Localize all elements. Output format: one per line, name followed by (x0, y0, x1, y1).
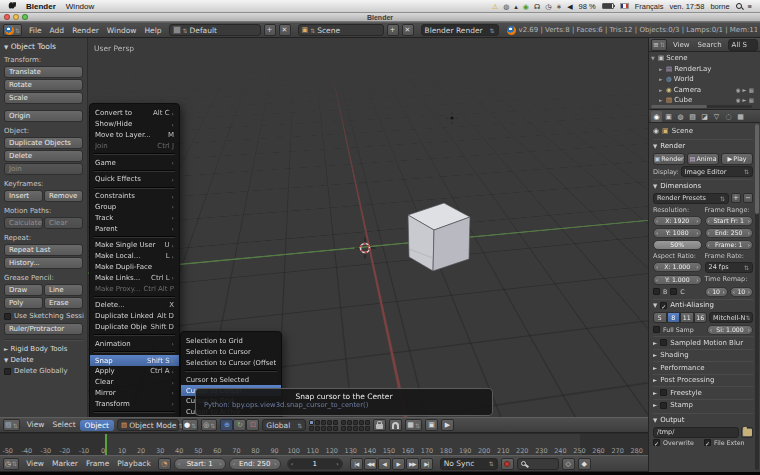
play-reverse-button[interactable]: ◀ (378, 458, 391, 470)
info-add-menu[interactable]: Add (46, 26, 69, 35)
tab-scene[interactable]: ▣ (663, 111, 674, 122)
layer-cell[interactable] (321, 426, 326, 431)
aspect-y-field[interactable]: ‹Y: 1.000› (653, 275, 702, 285)
layer-cell[interactable] (365, 420, 370, 425)
add-preset-button[interactable]: + (731, 193, 741, 203)
time-remap-new-field[interactable]: ‹10› (730, 287, 753, 297)
transform-orientation-selector[interactable]: Global⇅ (262, 419, 306, 431)
ink-level-icon[interactable]: ▴ (514, 3, 518, 10)
sync-status-icon[interactable]: ◉ (523, 3, 529, 10)
layer-cell[interactable] (359, 420, 364, 425)
menu-item-track[interactable]: Track› (90, 212, 179, 223)
outliner-row-camera[interactable]: ►◉Camera◉►▦ (651, 85, 760, 96)
aspect-x-field[interactable]: ‹X: 1.000› (653, 262, 702, 272)
tab-object-data[interactable]: ▽ (711, 111, 722, 122)
layer-cell[interactable] (365, 426, 370, 431)
antialiasing-panel-header[interactable]: ▼ ✓ Anti-Aliasing (653, 299, 753, 311)
layer-cell[interactable] (327, 426, 332, 431)
keyboard-flag-icon[interactable] (620, 3, 629, 9)
jump-to-start-button[interactable]: |◀ (350, 458, 363, 470)
layer-cell[interactable] (347, 420, 352, 425)
view3d-object-menu[interactable]: Object (80, 420, 114, 431)
tab-render[interactable]: ◉ (651, 111, 662, 122)
view3d-select-menu[interactable]: Select (48, 420, 79, 431)
menu-item-transform[interactable]: Transform› (90, 398, 179, 409)
timeline-playback-menu[interactable]: Playback (113, 459, 154, 468)
delete-globally-checkbox[interactable] (4, 368, 11, 375)
dimensions-panel-header[interactable]: ▼Dimensions (653, 179, 753, 191)
restrict-select-icon[interactable]: ► (743, 87, 747, 93)
outliner-search-menu[interactable]: Search (694, 41, 726, 49)
aa-samples-11-button[interactable]: 11 (680, 312, 694, 323)
info-file-menu[interactable]: File (25, 26, 46, 35)
volume-icon[interactable]: ◀ (567, 3, 572, 10)
stamp-checkbox[interactable] (660, 402, 667, 409)
menu-item-make-local[interactable]: Make Local...L› (90, 251, 179, 262)
timeline-frame-menu[interactable]: Frame (82, 459, 113, 468)
tab-world[interactable]: ◍ (675, 111, 686, 122)
translate-button[interactable]: Translate (4, 66, 83, 78)
tab-material[interactable]: ◌ (723, 111, 734, 122)
expander-icon[interactable]: ► (659, 97, 664, 103)
snap-toggle[interactable] (389, 419, 402, 431)
manipulator-rotate-toggle[interactable]: ↻ (233, 419, 246, 431)
snap-item-cursor-to-selected[interactable]: Cursor to Selected (181, 374, 281, 385)
origin-button[interactable]: Origin (4, 110, 83, 122)
duplicate-objects-button[interactable]: Duplicate Objects (4, 137, 83, 149)
timeline-view-menu[interactable]: View (22, 459, 48, 468)
restrict-render-icon[interactable]: ▦ (749, 87, 754, 93)
menu-item-delete[interactable]: Delete...X (90, 300, 179, 311)
info-render-menu[interactable]: Render (68, 26, 103, 35)
menu-item-undo-history[interactable]: Undo HistoryAlt Cmd Z (90, 415, 179, 417)
viewport-shading-selector[interactable]: ●⇅ (182, 419, 198, 431)
sync-mode-selector[interactable]: No Sync⇅ (440, 458, 498, 470)
layer-cell[interactable] (359, 426, 364, 431)
overwrite-checkbox[interactable]: ✓ (653, 439, 660, 446)
end-frame-prop-field[interactable]: ‹End: 250› (705, 228, 754, 238)
play-button[interactable]: ▶ (392, 458, 405, 470)
frame-rate-selector[interactable]: 24 fps⇅ (705, 262, 754, 273)
end-frame-field[interactable]: ‹End: 250› (229, 458, 281, 470)
poly-button[interactable]: Poly (4, 297, 43, 309)
remove-preset-button[interactable]: − (743, 193, 753, 203)
stamp-panel-header[interactable]: ►Stamp (653, 399, 753, 412)
shading-panel-header[interactable]: ►Shading (653, 349, 753, 362)
start-frame-field[interactable]: ‹Start: 1› (174, 458, 226, 470)
menu-item-duplicate-linked[interactable]: Duplicate LinkedAlt D (90, 311, 179, 322)
expander-icon[interactable]: ▼ (651, 55, 656, 61)
menu-item-make-single-user[interactable]: Make Single UserU› (90, 240, 179, 251)
post-processing-panel-header[interactable]: ►Post Processing (653, 374, 753, 387)
current-frame-indicator[interactable] (105, 434, 107, 455)
layer-cell[interactable] (315, 426, 320, 431)
menu-item-animation[interactable]: Animation› (90, 338, 179, 349)
expander-icon[interactable]: ► (659, 87, 664, 93)
menu-item-move-to-layer[interactable]: Move to Layer...M (90, 130, 179, 141)
add-screen-layout-button[interactable]: + (264, 24, 276, 36)
mac-window-menu[interactable]: Window (66, 2, 94, 11)
snap-item-selection-to-cursor-offset[interactable]: Selection to Cursor (Offset) (181, 358, 281, 369)
menu-item-mirror[interactable]: Mirror› (90, 388, 179, 399)
input-language[interactable]: Français (635, 2, 664, 11)
delete-screen-layout-button[interactable]: ✕ (279, 24, 291, 36)
full-sample-checkbox[interactable] (653, 326, 660, 333)
menu-item-game[interactable]: Game› (90, 157, 179, 168)
layer-cell[interactable] (315, 420, 320, 425)
cube-object[interactable] (378, 187, 488, 287)
timeline-marker-menu[interactable]: Marker (48, 459, 82, 468)
layer-cell[interactable] (341, 426, 346, 431)
outliner-row-renderlay[interactable]: ►▤RenderLay (651, 64, 760, 75)
repeat-last-button[interactable]: Repeat Last (4, 244, 83, 256)
output-path-browse-button[interactable] (741, 427, 753, 438)
resolution-percentage-slider[interactable]: 50% (653, 240, 702, 250)
resolution-y-field[interactable]: ‹Y: 1080› (653, 228, 702, 238)
menu-item-constraints[interactable]: Constraints› (90, 191, 179, 202)
menu-item-group[interactable]: Group› (90, 202, 179, 213)
tab-object[interactable]: ▧ (687, 111, 698, 122)
screen-layout-selector[interactable]: ⇅ Default (169, 24, 261, 36)
expander-icon[interactable]: ► (659, 76, 664, 82)
restrict-view-icon[interactable]: ◉ (736, 87, 741, 93)
tool-shelf-panel-title[interactable]: ▼ Object Tools (4, 42, 83, 51)
snap-item-selection-to-grid[interactable]: Selection to Grid (181, 336, 281, 347)
sampled-motion-blur-checkbox[interactable] (660, 339, 667, 346)
crop-checkbox[interactable] (670, 288, 677, 295)
